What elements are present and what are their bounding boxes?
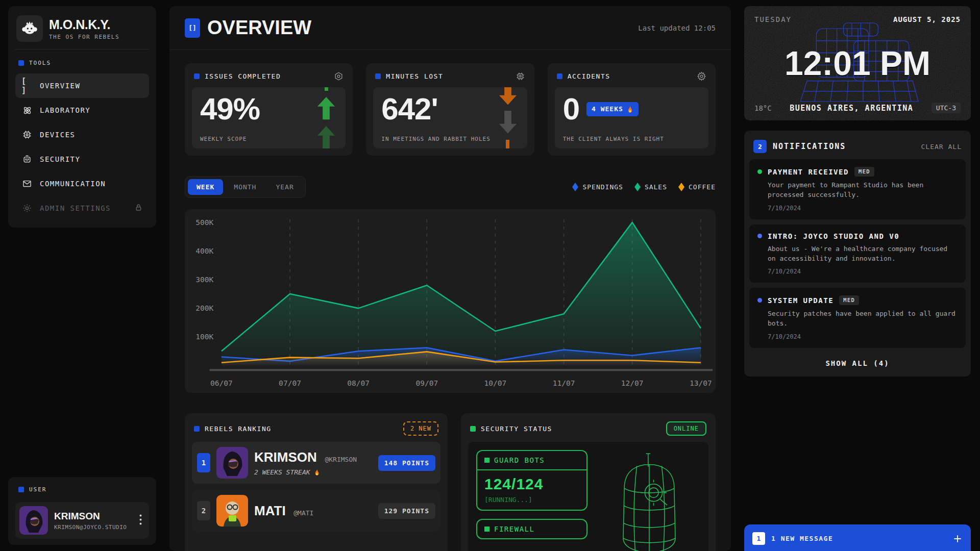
arrow-up-icon xyxy=(317,126,335,148)
user-name: KRIMSON xyxy=(54,511,127,522)
flame-icon xyxy=(627,105,633,113)
online-badge: ONLINE xyxy=(666,421,706,436)
tools-section-label: TOOLS xyxy=(15,57,149,73)
new-message-bar[interactable]: 1 1 NEW MESSAGE xyxy=(744,524,971,551)
user-row[interactable]: KRIMSON KRIMSON@JOYCO.STUDIO xyxy=(15,502,149,539)
stats-row: ISSUES COMPLETED 49% WEEKLY SCOPE xyxy=(185,63,716,156)
points-badge: 129 POINTS xyxy=(378,503,435,519)
sidebar-item-label: SECURITY xyxy=(40,155,80,163)
stat-card-issues-completed: ISSUES COMPLETED 49% WEEKLY SCOPE xyxy=(185,63,353,156)
svg-text:08/07: 08/07 xyxy=(347,379,370,387)
module-firewall: FIREWALL xyxy=(476,519,587,539)
notification-body: Security patches have been applied to al… xyxy=(768,309,958,329)
sidebar-item-communication[interactable]: COMMUNICATION xyxy=(15,171,149,196)
burst-icon[interactable] xyxy=(697,71,706,81)
arrow-stub xyxy=(506,140,509,148)
rank-badge: 1 xyxy=(197,453,210,472)
message-count-badge: 1 xyxy=(752,532,765,545)
main-body: ISSUES COMPLETED 49% WEEKLY SCOPE xyxy=(169,50,731,551)
chip-icon[interactable] xyxy=(516,71,525,81)
security-status-card: SECURITY STATUS ONLINE GUARD BOTS xyxy=(461,413,716,551)
show-all-button[interactable]: SHOW ALL (4) xyxy=(749,353,966,371)
utc-offset-badge: UTC-3 xyxy=(932,103,961,113)
notification-body: About us - We're a healthcare company fo… xyxy=(768,244,958,264)
stat-caption: IN MEETINGS AND RABBIT HOLES xyxy=(381,136,490,142)
clear-all-button[interactable]: CLEAR ALL xyxy=(921,143,962,151)
blue-square-icon xyxy=(18,487,24,492)
stat-card-header: ISSUES COMPLETED xyxy=(192,70,346,87)
ranking-row-1[interactable]: 1 KRIMSON @KRIMSON xyxy=(192,442,440,484)
tab-year[interactable]: YEAR xyxy=(267,179,302,195)
rebels-ranking-card: REBELS RANKING 2 NEW 1 xyxy=(185,413,448,551)
clock-top-row: TUESDAY AUGUST 5, 2025 xyxy=(754,15,961,23)
arrow-up-icon xyxy=(317,97,335,119)
last-updated: Last updated 12:05 xyxy=(638,24,716,32)
new-badge: 2 NEW xyxy=(403,421,438,436)
avatar xyxy=(216,447,248,479)
divider xyxy=(15,49,149,49)
sidebar-item-devices[interactable]: DEVICES xyxy=(15,122,149,147)
blue-square-icon xyxy=(194,426,200,432)
notification-title-row: INTRO: JOYCO STUDIO AND V0 xyxy=(757,232,958,240)
notification-date: 7/10/2024 xyxy=(768,268,958,275)
stat-tile: 642' IN MEETINGS AND RABBIT HOLES xyxy=(373,87,527,148)
sidebar-item-security[interactable]: SECURITY xyxy=(15,147,149,171)
status-dot xyxy=(757,234,762,238)
clock-card: TUESDAY AUGUST 5, 2025 12:01 PM 18°C BUE… xyxy=(744,6,971,120)
rank-user-name: KRIMSON xyxy=(254,449,317,465)
location: BUENOS AIRES, ARGENTINA xyxy=(790,104,913,113)
stat-title: MINUTES LOST xyxy=(386,72,443,80)
sidebar-item-laboratory[interactable]: LABORATORY xyxy=(15,98,149,122)
stat-value-row: 0 4 WEEKS xyxy=(563,94,700,123)
rank-user-info: MATI @MATI xyxy=(254,503,313,519)
sidebar-item-admin-settings[interactable]: ADMIN SETTINGS xyxy=(15,196,149,220)
module-body: 124/124 [RUNNING...] xyxy=(477,470,586,510)
sidebar-item-overview[interactable]: [ ] OVERVIEW xyxy=(15,73,149,98)
notification-title: PAYMENT RECEIVED xyxy=(768,168,849,176)
security-modules: GUARD BOTS 124/124 [RUNNING...] xyxy=(476,450,587,551)
notification-title-row: SYSTEM UPDATE MED xyxy=(757,295,958,305)
page-title: OVERVIEW xyxy=(207,17,311,39)
app-titles: M.O.N.K.Y. THE OS FOR REBELS xyxy=(49,17,119,40)
tab-week[interactable]: WEEK xyxy=(188,179,223,195)
notification-item[interactable]: INTRO: JOYCO STUDIO AND V0 About us - We… xyxy=(749,224,966,283)
stat-tile: 49% WEEKLY SCOPE xyxy=(192,87,346,148)
stat-title: ACCIDENTS xyxy=(568,72,610,80)
notification-date: 7/10/2024 xyxy=(768,333,958,340)
module-header: FIREWALL xyxy=(477,520,586,538)
plus-icon[interactable] xyxy=(952,534,963,544)
blue-square-icon xyxy=(375,73,381,79)
module-value: 124/124 xyxy=(484,475,579,493)
app-name: M.O.N.K.Y. xyxy=(49,17,119,32)
stat-card-header: MINUTES LOST xyxy=(373,70,527,87)
user-section-label: USER xyxy=(15,483,149,500)
app-root: M.O.N.K.Y. THE OS FOR REBELS TOOLS [ ] O… xyxy=(0,0,980,551)
clock-bottom-row: 18°C BUENOS AIRES, ARGENTINA UTC-3 xyxy=(754,103,961,113)
flame-icon xyxy=(314,468,320,476)
sidebar-item-label: DEVICES xyxy=(40,131,76,139)
arrow-stub xyxy=(325,87,328,91)
diamond-icon xyxy=(634,183,641,191)
security-header: SECURITY STATUS ONLINE xyxy=(468,420,708,442)
notification-item[interactable]: SYSTEM UPDATE MED Security patches have … xyxy=(749,288,966,348)
app-logo-row: M.O.N.K.Y. THE OS FOR REBELS xyxy=(15,13,149,48)
weekday: TUESDAY xyxy=(754,15,792,23)
module-state: [RUNNING...] xyxy=(484,496,579,504)
ranking-row-2[interactable]: 2 MATI @MATI xyxy=(192,490,440,532)
kebab-menu-icon[interactable] xyxy=(136,511,145,530)
svg-text:11/07: 11/07 xyxy=(553,379,575,387)
stat-tile: 0 4 WEEKS THE CLIENT ALWAYS IS RIGHT xyxy=(555,87,708,148)
module-header: GUARD BOTS xyxy=(477,451,586,470)
rank-streak: 2 WEEKS STREAK xyxy=(254,468,357,476)
notification-item[interactable]: PAYMENT RECEIVED MED Your payment to Ram… xyxy=(749,159,966,219)
diamond-icon xyxy=(572,183,578,191)
monkey-logo-icon xyxy=(16,15,43,42)
security-title: SECURITY STATUS xyxy=(481,425,552,433)
notification-date: 7/10/2024 xyxy=(768,205,958,212)
range-tabs: WEEK MONTH YEAR xyxy=(185,176,306,198)
notification-title-row: PAYMENT RECEIVED MED xyxy=(757,167,958,177)
hex-nut-icon[interactable] xyxy=(334,71,344,81)
svg-text:300K: 300K xyxy=(195,275,213,284)
tab-month[interactable]: MONTH xyxy=(225,179,265,195)
legend-sales: SALES xyxy=(634,183,667,191)
